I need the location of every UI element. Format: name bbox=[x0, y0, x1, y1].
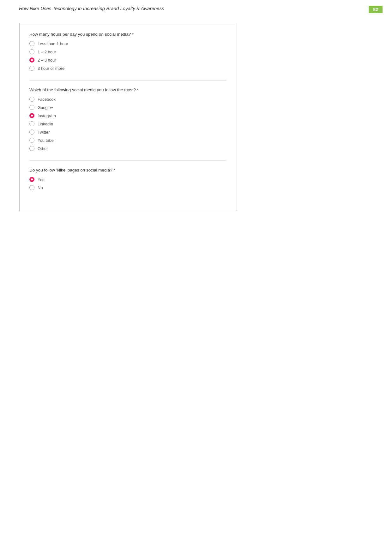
radio-circle-q2_opt3 bbox=[29, 113, 34, 118]
radio-option-q2_opt1[interactable]: Facebook bbox=[29, 97, 226, 102]
radio-option-q1_opt3[interactable]: 2 – 3 hour bbox=[29, 57, 226, 63]
survey-inner: How many hours per day you spend on soci… bbox=[19, 23, 237, 211]
question-block-q2: Which of the following social media you … bbox=[29, 87, 226, 151]
radio-circle-q2_opt1 bbox=[29, 97, 34, 102]
question-text-q1: How many hours per day you spend on soci… bbox=[29, 32, 226, 37]
radio-label-q2_opt2: Google+ bbox=[38, 105, 53, 110]
question-block-q3: Do you follow 'Nike' pages on social med… bbox=[29, 168, 226, 190]
radio-label-q2_opt1: Facebook bbox=[38, 97, 56, 102]
radio-circle-q2_opt5 bbox=[29, 129, 34, 135]
radio-circle-q1_opt1 bbox=[29, 41, 34, 46]
radio-option-q2_opt6[interactable]: You tube bbox=[29, 138, 226, 143]
radio-label-q3_opt1: Yes bbox=[38, 177, 44, 182]
survey-wrapper: How many hours per day you spend on soci… bbox=[19, 23, 237, 211]
radio-option-q2_opt4[interactable]: LinkedIn bbox=[29, 121, 226, 126]
divider-0 bbox=[29, 80, 226, 81]
radio-option-q3_opt2[interactable]: No bbox=[29, 185, 226, 190]
radio-label-q3_opt2: No bbox=[38, 185, 43, 190]
question-text-q2: Which of the following social media you … bbox=[29, 87, 226, 92]
radio-label-q2_opt4: LinkedIn bbox=[38, 122, 53, 126]
radio-label-q2_opt6: You tube bbox=[38, 138, 54, 143]
question-block-q1: How many hours per day you spend on soci… bbox=[29, 32, 226, 71]
radio-label-q1_opt1: Less than 1 hour bbox=[38, 41, 68, 46]
radio-option-q3_opt1[interactable]: Yes bbox=[29, 177, 226, 182]
radio-label-q2_opt3: Instagram bbox=[38, 113, 56, 118]
radio-option-q2_opt2[interactable]: Google+ bbox=[29, 105, 226, 110]
radio-label-q2_opt5: Twitter bbox=[38, 130, 50, 135]
radio-label-q1_opt2: 1 – 2 hour bbox=[38, 50, 56, 54]
radio-option-q1_opt1[interactable]: Less than 1 hour bbox=[29, 41, 226, 46]
radio-circle-q2_opt4 bbox=[29, 121, 34, 126]
radio-label-q1_opt4: 3 hour or more bbox=[38, 66, 64, 71]
radio-circle-q2_opt6 bbox=[29, 138, 34, 143]
radio-circle-q2_opt7 bbox=[29, 146, 34, 151]
divider-1 bbox=[29, 160, 226, 161]
radio-label-q2_opt7: Other bbox=[38, 146, 48, 151]
radio-circle-q1_opt3 bbox=[29, 57, 34, 63]
radio-circle-q3_opt1 bbox=[29, 177, 34, 182]
page-number-badge: 82 bbox=[369, 6, 383, 13]
radio-option-q1_opt4[interactable]: 3 hour or more bbox=[29, 66, 226, 71]
page-header: How Nike Uses Technology in Increasing B… bbox=[0, 0, 392, 16]
radio-option-q2_opt3[interactable]: Instagram bbox=[29, 113, 226, 118]
radio-circle-q3_opt2 bbox=[29, 185, 34, 190]
radio-option-q1_opt2[interactable]: 1 – 2 hour bbox=[29, 49, 226, 54]
question-text-q3: Do you follow 'Nike' pages on social med… bbox=[29, 168, 226, 172]
radio-circle-q1_opt2 bbox=[29, 49, 34, 54]
radio-option-q2_opt7[interactable]: Other bbox=[29, 146, 226, 151]
radio-option-q2_opt5[interactable]: Twitter bbox=[29, 129, 226, 135]
radio-circle-q1_opt4 bbox=[29, 66, 34, 71]
page-title: How Nike Uses Technology in Increasing B… bbox=[19, 6, 164, 11]
radio-label-q1_opt3: 2 – 3 hour bbox=[38, 58, 56, 63]
radio-circle-q2_opt2 bbox=[29, 105, 34, 110]
